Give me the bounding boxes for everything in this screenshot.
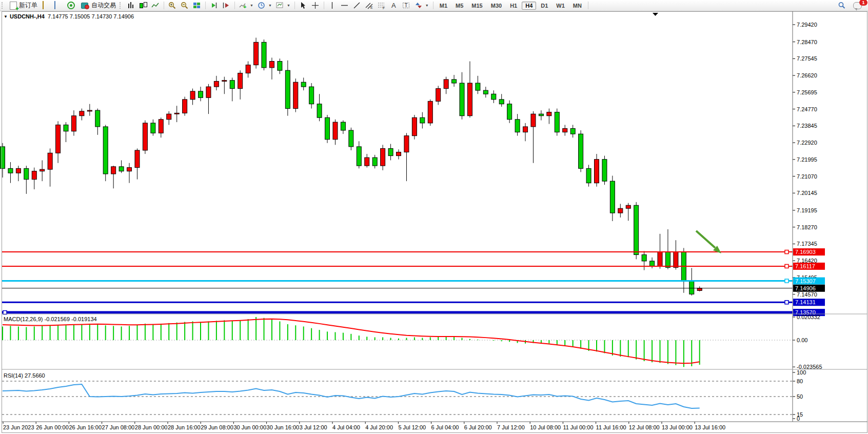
candlestick — [570, 128, 575, 134]
line-handle[interactable] — [785, 279, 788, 283]
candlestick — [190, 91, 195, 100]
candlestick — [483, 90, 488, 94]
timeframe-button-H1[interactable]: H1 — [506, 2, 521, 10]
time-axis-label: 5 Jul 12:00 — [398, 424, 426, 430]
line-handle[interactable] — [785, 301, 788, 304]
notifications-button[interactable]: 1 — [851, 2, 864, 10]
chart-shift-button[interactable] — [220, 1, 232, 10]
time-axis-label: 27 Jun 08:00 — [102, 424, 135, 430]
tile-windows-button[interactable] — [191, 1, 203, 10]
candlestick — [626, 205, 630, 208]
candlestick — [467, 83, 472, 116]
bar-chart-button[interactable] — [125, 1, 137, 10]
time-axis-label: 3 Jul 12:00 — [300, 424, 327, 430]
bar-chart-icon — [127, 2, 135, 9]
timeframe-button-M15[interactable]: M15 — [468, 2, 486, 10]
time-axis-label: 29 Jun 08:00 — [201, 424, 233, 430]
search-button[interactable] — [836, 1, 848, 10]
zoom-out-button[interactable] — [179, 1, 191, 10]
price-axis-label: 7.26620 — [797, 72, 817, 78]
candlestick — [222, 81, 227, 82]
line-handle[interactable] — [785, 264, 788, 268]
time-axis-label: 26 Jun 16:00 — [69, 424, 102, 430]
candlestick — [531, 114, 536, 127]
time-axis-label: 10 Jul 08:00 — [530, 424, 561, 430]
auto-scroll-icon — [210, 2, 218, 9]
candlestick — [658, 252, 662, 266]
candlestick — [95, 110, 100, 127]
timeframe-button-W1[interactable]: W1 — [553, 2, 568, 10]
candlestick — [491, 94, 496, 100]
candlestick — [254, 42, 259, 65]
rsi-axis-label: 80 — [797, 378, 803, 384]
timeframe-button-H4[interactable]: H4 — [522, 2, 536, 10]
metaeditor-button[interactable] — [52, 1, 64, 10]
crosshair-button[interactable] — [309, 1, 322, 10]
candlestick — [397, 152, 401, 156]
indicators-button[interactable]: + ▼ — [237, 1, 255, 10]
signals-button[interactable] — [64, 1, 78, 10]
auto-trading-button[interactable]: 自动交易 — [78, 1, 118, 10]
time-axis-label: 4 Jul 20:00 — [365, 424, 393, 430]
symbol-period-label: USDCNH-,H4 — [10, 13, 45, 19]
macd-axis-label: 0.020332 — [797, 314, 820, 320]
candlestick — [159, 120, 163, 133]
timeframe-button-M1[interactable]: M1 — [436, 2, 451, 10]
text-label-icon: T — [402, 2, 410, 9]
new-order-icon: + — [10, 2, 17, 10]
publisher-button[interactable] — [40, 1, 52, 10]
vertical-line-button[interactable] — [326, 1, 339, 10]
new-order-button[interactable]: + 新订单 — [7, 1, 40, 10]
candlestick — [40, 169, 45, 171]
toolbar-separator — [205, 2, 206, 9]
price-axis-label: 7.28470 — [797, 39, 817, 45]
line-handle[interactable] — [785, 250, 788, 254]
equidistant-channel-icon: E — [365, 2, 373, 9]
candlestick — [56, 125, 61, 153]
line-chart-button[interactable] — [149, 1, 162, 10]
candlestick — [642, 255, 646, 261]
templates-button[interactable]: ▼ — [274, 1, 292, 10]
time-axis-label: 12 Jul 08:00 — [629, 424, 660, 430]
timeframe-button-M30[interactable]: M30 — [487, 2, 505, 10]
arrows-button[interactable]: ▼ — [412, 1, 431, 10]
candlestick — [586, 168, 591, 183]
candlestick — [301, 82, 306, 87]
candlestick — [71, 116, 76, 131]
price-axis-label: 7.17345 — [797, 241, 817, 247]
templates-icon — [276, 2, 284, 9]
chart-dropdown-arrow[interactable]: ▼ — [4, 14, 8, 19]
chevron-down-icon: ▼ — [268, 4, 272, 7]
candlestick — [127, 168, 132, 171]
terminal-window: + 新订单 自动交易 — [0, 0, 868, 434]
timeframe-button-MN[interactable]: MN — [569, 2, 585, 10]
candlestick — [388, 148, 393, 155]
auto-scroll-button[interactable] — [208, 1, 220, 10]
timeframe-button-D1[interactable]: D1 — [537, 2, 551, 10]
candlestick — [539, 114, 543, 116]
toolbar-grip — [2, 2, 5, 9]
text-label-button[interactable]: T — [400, 1, 412, 10]
horizontal-line-button[interactable] — [339, 1, 351, 10]
zoom-in-icon — [168, 2, 176, 9]
price-badge-label: 7.16117 — [795, 263, 815, 269]
equidistant-channel-button[interactable]: E — [363, 1, 376, 10]
svg-text:F: F — [383, 6, 385, 9]
text-button[interactable]: A — [388, 1, 400, 10]
candlestick-chart-button[interactable] — [137, 1, 149, 10]
fibonacci-button[interactable]: F — [376, 1, 388, 10]
candlestick — [143, 123, 147, 150]
toolbar-separator — [234, 2, 235, 9]
toolbar-separator — [294, 2, 295, 9]
timeframe-button-M5[interactable]: M5 — [452, 2, 467, 10]
price-axis-label: 7.25695 — [797, 89, 817, 95]
candlestick — [8, 168, 13, 173]
price-badge-label: 7.16903 — [795, 249, 816, 255]
cursor-button[interactable] — [297, 1, 309, 10]
periods-button[interactable]: ▼ — [255, 1, 274, 10]
trendline-button[interactable] — [351, 1, 363, 10]
tile-windows-icon — [193, 2, 201, 9]
zoom-in-button[interactable] — [166, 1, 179, 10]
rsi-indicator-label: RSI(14) 27.5660 — [4, 372, 45, 379]
candlestick — [230, 81, 234, 89]
